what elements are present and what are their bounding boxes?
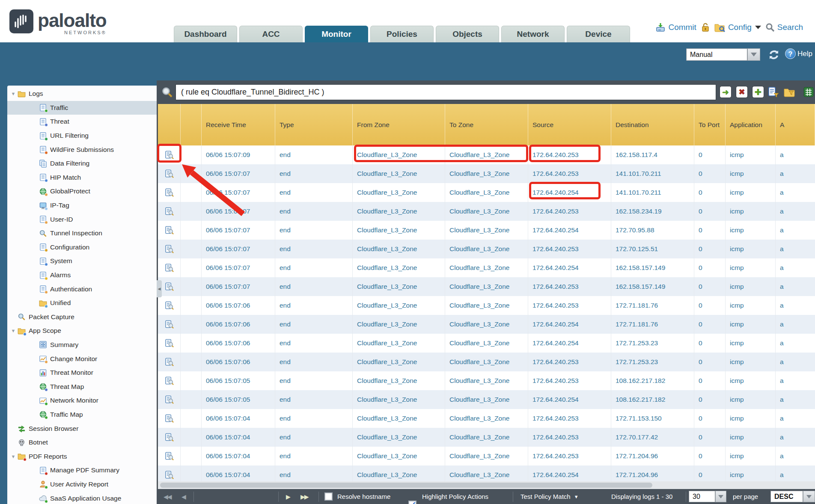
log-detail-icon[interactable] [158,145,181,164]
column-header-destination[interactable]: Destination [611,104,694,145]
tab-network[interactable]: Network [501,26,565,42]
tab-monitor[interactable]: Monitor [305,26,368,42]
table-row[interactable]: 06/06 15:07:09 end Cloudflare_L3_Zone Cl… [158,145,815,164]
log-detail-icon[interactable] [158,202,181,221]
sidebar-item-url-filtering[interactable]: ▼ URL Filtering [7,129,157,143]
log-detail-icon[interactable] [158,390,181,409]
table-row[interactable]: 06/06 15:07:06 end Cloudflare_L3_Zone Cl… [158,315,815,334]
table-row[interactable]: 06/06 15:07:07 end Cloudflare_L3_Zone Cl… [158,221,815,240]
log-detail-icon[interactable] [158,183,181,202]
sidebar-item-traffic[interactable]: ▼ Traffic [7,101,157,115]
tab-dashboard[interactable]: Dashboard [174,26,237,42]
table-row[interactable]: 06/06 15:07:04 end Cloudflare_L3_Zone Cl… [158,409,815,428]
tab-policies[interactable]: Policies [370,26,434,42]
refresh-icon[interactable] [767,49,780,62]
tab-objects[interactable]: Objects [436,26,499,42]
add-filter-button[interactable]: ✚ [752,86,764,98]
column-header-blank[interactable] [181,104,202,145]
sidebar-item-threat-map[interactable]: ▼ Threat Map [7,379,157,394]
config-button[interactable]: Config [714,23,761,32]
table-row[interactable]: 06/06 15:07:06 end Cloudflare_L3_Zone Cl… [158,296,815,315]
log-detail-icon[interactable] [158,315,181,334]
lock-icon[interactable] [701,22,710,33]
sidebar-collapse-handle[interactable]: ◀ [157,280,162,297]
tab-acc[interactable]: ACC [239,26,303,42]
sidebar-item-network-monitor[interactable]: ▼ Network Monitor [7,394,157,408]
log-detail-icon[interactable] [158,447,181,465]
sort-order-dropdown-arrow[interactable] [803,491,815,502]
table-row[interactable]: 06/06 15:07:06 end Cloudflare_L3_Zone Cl… [158,334,815,353]
last-page-button[interactable]: ▶▶ [300,489,308,504]
table-row[interactable]: 06/06 15:07:05 end Cloudflare_L3_Zone Cl… [158,371,815,390]
log-detail-icon[interactable] [158,334,181,353]
sidebar-item-traffic-map[interactable]: ▼ Traffic Map [7,408,157,422]
filter-builder-icon[interactable] [768,86,779,98]
table-row[interactable]: 06/06 15:07:04 end Cloudflare_L3_Zone Cl… [158,428,815,447]
sidebar-item-globalprotect[interactable]: ▼ GlobalProtect [7,184,157,199]
column-header-to-zone[interactable]: To Zone [445,104,528,145]
table-row[interactable]: 06/06 15:07:04 end Cloudflare_L3_Zone Cl… [158,447,815,465]
highlight-policy-actions-checkbox[interactable] [408,501,416,504]
sidebar-item-manage-pdf-summary[interactable]: ▼ Manage PDF Summary [7,463,157,477]
log-detail-icon[interactable] [158,428,181,447]
table-row[interactable]: 06/06 15:07:07 end Cloudflare_L3_Zone Cl… [158,202,815,221]
sidebar-item-packet-capture[interactable]: ▼ Packet Capture [7,310,157,324]
sidebar-item-app-scope[interactable]: ▼ App Scope [7,324,157,338]
first-page-button[interactable]: ◀◀ [164,489,171,504]
log-detail-icon[interactable] [158,409,181,428]
sidebar-item-threat[interactable]: ▼ Threat [7,115,157,129]
sidebar-item-user-id[interactable]: ▼ User-ID [7,212,157,226]
filter-query-input[interactable] [175,84,716,100]
log-detail-icon[interactable] [158,296,181,315]
table-row[interactable]: 06/06 15:07:07 end Cloudflare_L3_Zone Cl… [158,258,815,277]
table-row[interactable]: 06/06 15:07:04 end Cloudflare_L3_Zone Cl… [158,465,815,481]
column-header-a[interactable]: A [776,104,815,145]
test-policy-match-button[interactable]: Test Policy Match ▼ [521,489,579,504]
expander-icon[interactable]: ▼ [10,91,17,96]
per-page-input[interactable]: 30 [689,491,715,502]
log-detail-icon[interactable] [158,240,181,258]
scrollbar-thumb[interactable] [160,483,652,488]
log-detail-icon[interactable] [158,221,181,240]
sidebar-item-threat-monitor[interactable]: ▼ Threat Monitor [7,366,157,380]
sidebar-item-logs[interactable]: ▼ Logs [7,87,157,101]
column-header-to-port[interactable]: To Port [694,104,726,145]
log-detail-icon[interactable] [158,164,181,183]
per-page-dropdown-arrow[interactable] [715,491,726,502]
sidebar-item-session-browser[interactable]: ▼ Session Browser [7,421,157,436]
expander-icon[interactable]: ▼ [10,454,17,459]
sidebar-item-data-filtering[interactable]: ▼ Data Filtering [7,157,157,171]
column-header-blank[interactable] [158,104,181,145]
table-row[interactable]: 06/06 15:07:07 end Cloudflare_L3_Zone Cl… [158,183,815,202]
clear-filter-button[interactable]: ✖ [736,86,748,98]
log-detail-icon[interactable] [158,465,181,481]
load-filter-icon[interactable] [784,86,795,98]
sidebar-item-user-activity-report[interactable]: ▼ User Activity Report [7,477,157,492]
sidebar-item-ip-tag[interactable]: ▼ IP-Tag [7,199,157,213]
table-row[interactable]: 06/06 15:07:07 end Cloudflare_L3_Zone Cl… [158,240,815,258]
sidebar-item-summary[interactable]: ▼ Summary [7,338,157,352]
sidebar-item-system[interactable]: ▼ System [7,254,157,268]
refresh-mode-dropdown-arrow[interactable] [747,48,760,61]
export-icon[interactable] [803,86,814,98]
log-detail-icon[interactable] [158,353,181,371]
apply-filter-button[interactable]: ➜ [720,86,732,98]
sidebar-item-wildfire-submissions[interactable]: ▼ WildFire Submissions [7,142,157,157]
sidebar-item-tunnel-inspection[interactable]: ▼ Tunnel Inspection [7,226,157,240]
sidebar-item-unified[interactable]: ▼ Unified [7,296,157,310]
sidebar-item-hip-match[interactable]: ▼ HIP Match [7,171,157,185]
sidebar-item-alarms[interactable]: ▼ Alarms [7,268,157,282]
column-header-receive-time[interactable]: Receive Time [202,104,275,145]
next-page-button[interactable]: ▶ [286,489,290,504]
tab-device[interactable]: Device [567,26,630,42]
sidebar-item-change-monitor[interactable]: ▼ Change Monitor [7,352,157,366]
sidebar-item-saas-application-usage[interactable]: ▼ SaaS Application Usage [7,491,157,504]
table-row[interactable]: 06/06 15:07:05 end Cloudflare_L3_Zone Cl… [158,390,815,409]
table-row[interactable]: 06/06 15:07:06 end Cloudflare_L3_Zone Cl… [158,353,815,371]
sidebar-item-authentication[interactable]: ▼ Authentication [7,282,157,296]
column-header-from-zone[interactable]: From Zone [353,104,445,145]
expander-icon[interactable]: ▼ [10,328,17,333]
sort-order-select[interactable]: DESC [770,491,803,502]
search-button[interactable]: Search [765,23,803,32]
sidebar-item-configuration[interactable]: ▼ Configuration [7,240,157,255]
